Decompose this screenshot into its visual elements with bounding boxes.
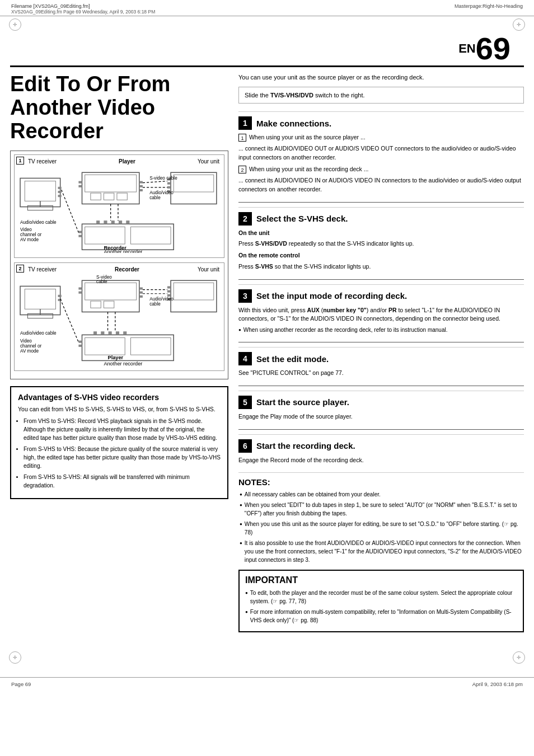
svg-rect-75 [101,331,104,335]
svg-rect-62 [167,290,171,292]
svg-rect-55 [139,291,143,293]
diagram-box: 1 TV receiver Player Your unit [10,151,228,379]
important-item-1: To edit, both the player and the recorde… [245,589,517,605]
masterpage-label: Masterpage:Right-No-Heading [455,3,523,9]
step1-sub1-text: When using your unit as the source playe… [249,134,366,140]
diagram2-num: 2 [16,265,24,273]
step-5-body: Engage the Play mode of the source playe… [238,412,524,421]
svg-rect-76 [109,331,112,335]
svg-rect-53 [104,301,114,308]
svg-rect-73 [130,337,171,355]
step-4-title: Set the edit mode. [256,354,329,364]
diagram1-svg: S-video cable Audio/video cable [19,167,219,252]
svg-text:Another recorder: Another recorder [104,360,142,366]
advantages-item-1: From VHS to S-VHS: Record VHS playback s… [24,417,221,442]
svg-line-38 [62,190,79,233]
diagram1-player-label: Player [119,158,135,165]
step-1-title: Make connections. [256,119,331,128]
advantages-intro: You can edit from VHS to S-VHS, S-VHS to… [18,405,221,414]
svg-rect-77 [116,331,119,335]
svg-rect-6 [58,195,62,198]
svg-rect-31 [111,221,115,224]
svg-text:Audio/video cable: Audio/video cable [20,331,57,336]
step2-on-remote-label: On the remote control [238,252,300,259]
diagram2-your-unit-label: Your unit [198,266,219,273]
advantages-box: Advantages of S-VHS video recorders You … [10,386,228,499]
page-footer: Page 69 April 9, 2003 6:18 pm [0,677,534,691]
advantages-item-2: From S-VHS to VHS: Because the picture q… [24,445,221,470]
top-corners-row: ✛ ✛ [0,16,534,33]
step-6-title: Start the recording deck. [256,441,355,450]
step-2-section: 2 Select the S-VHS deck. On the unit Pre… [238,207,524,271]
page-title: Edit To Or From Another Video Recorder [10,73,228,143]
step2-on-unit-label: On the unit [238,229,269,236]
top-left-corner-mark: ✛ [9,18,21,31]
svg-rect-34 [78,231,82,233]
notes-list: All necessary cables can be obtained fro… [238,490,524,564]
step-1-num: 1 [238,116,252,130]
step-6-header: 6 Start the recording deck. [238,439,524,453]
svg-rect-71 [82,335,174,360]
diagram2-tv-label: TV receiver [28,266,57,273]
step3-note: When using another recorder as the recor… [238,326,524,334]
diagram1-avlabel-right: Audio/video [149,190,174,195]
svg-rect-11 [117,193,127,200]
step-3-header: 3 Set the input mode of recording deck. [238,289,524,303]
step-5-header: 5 Start the source player. [238,396,524,409]
step1-sub2-detail: ... connect its AUDIO/VIDEO IN or AUDIO/… [238,176,524,194]
bottom-right-corner-mark: ✛ [513,651,525,664]
svg-rect-27 [85,227,125,245]
important-box: IMPORTANT To edit, both the player and t… [238,570,524,632]
svg-rect-74 [93,331,97,335]
page-num: 69 [476,31,510,66]
svg-rect-30 [104,221,107,224]
svg-text:AV mode: AV mode [20,237,39,242]
svg-rect-32 [119,221,122,224]
diagram1-your-unit-label: Your unit [198,158,219,165]
svg-rect-26 [82,224,174,250]
svg-text:channel or: channel or [20,232,41,237]
svg-rect-4 [58,187,62,189]
intro-text: You can use your unit as the source play… [238,73,524,82]
important-list: To edit, both the player and the recorde… [245,589,517,624]
step6-body-text: Engage the Record mode of the recording … [238,456,524,465]
svg-rect-17 [171,173,217,204]
step-2-body: On the unit Press S-VHS/DVD repeatedly s… [238,229,524,271]
divider-5-6 [238,429,524,430]
diagram-section-2: 2 TV receiver Recorder Your unit [14,262,224,372]
diagram2-top-labels: TV receiver Recorder Your unit [19,266,219,273]
step4-body-text: See "PICTURE CONTROL" on page 77. [238,369,524,378]
advantages-item-3: From S-VHS to S-VHS: All signals will be… [24,473,221,490]
svg-rect-56 [139,295,143,298]
step-1-header: 1 Make connections. [238,116,524,130]
step-3-section: 3 Set the input mode of recording deck. … [238,284,524,335]
svg-text:AV mode: AV mode [20,349,39,354]
step-2-num: 2 [238,212,252,226]
note-item-4: It is also possible to use the front AUD… [240,539,524,564]
step-1-section: 1 Make connections. 1 When using your un… [238,111,524,194]
svg-rect-48 [58,295,62,297]
step-4-num: 4 [238,352,252,365]
step-5-title: Start the source player. [256,397,349,407]
top-right-corner-mark: ✛ [513,18,525,31]
step-3-title: Set the input mode of recording deck. [256,291,407,300]
svg-rect-20 [167,182,171,185]
svg-rect-79 [78,340,82,342]
filename-label: Filename [XVS20AG_09Editing.fm] [11,3,155,9]
svg-rect-52 [91,301,101,308]
svg-rect-28 [130,227,171,245]
svg-line-23 [143,181,167,183]
svg-rect-58 [78,291,82,293]
step-4-section: 4 Set the edit mode. See "PICTURE CONTRO… [238,347,524,378]
step-1-body: 1 When using your unit as the source pla… [238,133,524,194]
subline-label: XVS20AG_09Editing.fm Page 69 Wednesday, … [11,9,155,15]
svg-rect-21 [167,186,171,189]
en-header: EN69 [10,33,524,67]
diagram1-svideo-label: S-video cable [149,176,177,181]
notes-section: NOTES: All necessary cables can be obtai… [238,472,524,564]
step1-sub1-num: 1 [238,134,246,142]
note-item-1: All necessary cables can be obtained fro… [240,490,524,499]
diagram2-svg: S-video cable Audio/video cable [19,275,219,367]
step-3-num: 3 [238,289,252,303]
en-label: EN [458,41,476,55]
